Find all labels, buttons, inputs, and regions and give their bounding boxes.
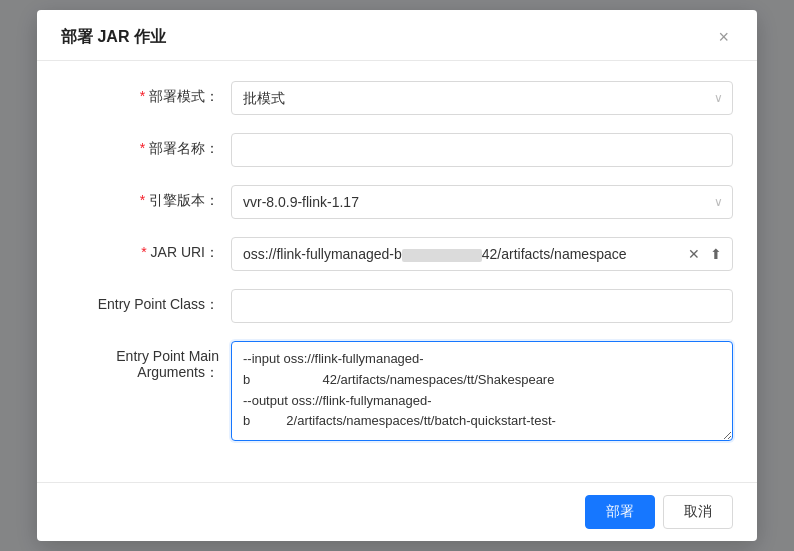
engine-version-select[interactable]: vvr-8.0.9-flink-1.17 (231, 185, 733, 219)
entry-point-class-input[interactable]: org.example.WordCountBatch (231, 289, 733, 323)
engine-version-label: 引擎版本： (61, 185, 231, 210)
modal-dialog: 部署 JAR 作业 × 部署模式： 批模式 流模式 部署名称： (37, 10, 757, 541)
engine-version-select-wrapper: vvr-8.0.9-flink-1.17 (231, 185, 733, 219)
entry-point-args-label: Entry Point Main Arguments： (61, 341, 231, 382)
jar-uri-upload-button[interactable]: ⬆ (708, 245, 724, 263)
deploy-mode-label: 部署模式： (61, 81, 231, 106)
entry-point-class-row: Entry Point Class： org.example.WordCount… (61, 289, 733, 323)
entry-point-class-control: org.example.WordCountBatch (231, 289, 733, 323)
deploy-mode-select[interactable]: 批模式 流模式 (231, 81, 733, 115)
jar-uri-text: oss://flink-fullymanaged-b42/artifacts/n… (243, 246, 680, 262)
deploy-name-row: 部署名称： flink-batch-test-jar (61, 133, 733, 167)
deploy-name-control: flink-batch-test-jar (231, 133, 733, 167)
jar-uri-label: JAR URI： (61, 237, 231, 262)
modal-footer: 部署 取消 (37, 482, 757, 541)
jar-uri-row: JAR URI： oss://flink-fullymanaged-b42/ar… (61, 237, 733, 271)
jar-uri-display: oss://flink-fullymanaged-b42/artifacts/n… (231, 237, 733, 271)
jar-uri-actions: ✕ ⬆ (686, 245, 724, 263)
modal-header: 部署 JAR 作业 × (37, 10, 757, 61)
deploy-button[interactable]: 部署 (585, 495, 655, 529)
modal-title: 部署 JAR 作业 (61, 27, 166, 48)
close-button[interactable]: × (714, 26, 733, 48)
entry-point-args-textarea[interactable]: --input oss://flink-fullymanaged- b 42/a… (231, 341, 733, 441)
deploy-mode-control: 批模式 流模式 (231, 81, 733, 115)
cancel-button[interactable]: 取消 (663, 495, 733, 529)
deploy-mode-row: 部署模式： 批模式 流模式 (61, 81, 733, 115)
jar-uri-blurred (402, 249, 482, 262)
modal-body: 部署模式： 批模式 流模式 部署名称： flink-batch-test-jar (37, 61, 757, 482)
jar-uri-control: oss://flink-fullymanaged-b42/artifacts/n… (231, 237, 733, 271)
engine-version-control: vvr-8.0.9-flink-1.17 (231, 185, 733, 219)
engine-version-row: 引擎版本： vvr-8.0.9-flink-1.17 (61, 185, 733, 219)
deploy-mode-select-wrapper: 批模式 流模式 (231, 81, 733, 115)
deploy-name-input[interactable]: flink-batch-test-jar (231, 133, 733, 167)
deploy-name-label: 部署名称： (61, 133, 231, 158)
entry-point-args-control: --input oss://flink-fullymanaged- b 42/a… (231, 341, 733, 444)
entry-point-args-row: Entry Point Main Arguments： --input oss:… (61, 341, 733, 444)
entry-point-class-label: Entry Point Class： (61, 289, 231, 314)
jar-uri-clear-button[interactable]: ✕ (686, 245, 702, 263)
modal-overlay: 部署 JAR 作业 × 部署模式： 批模式 流模式 部署名称： (0, 0, 794, 551)
